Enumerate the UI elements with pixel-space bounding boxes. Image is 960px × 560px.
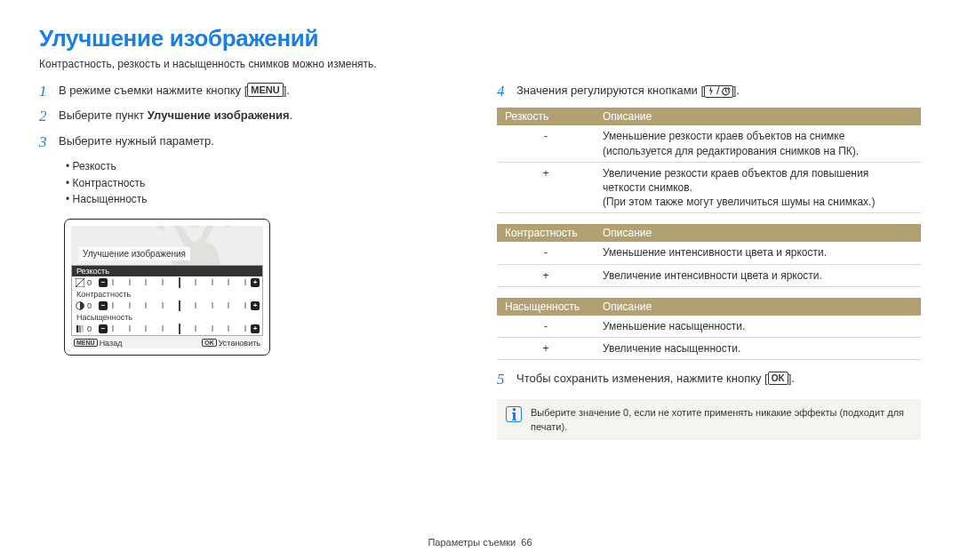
right-column: 4 Значения регулируются кнопками [/]. Ре…	[497, 83, 921, 440]
step-3: 3 Выберите нужный параметр.	[39, 133, 463, 151]
left-column: 1 В режиме съемки нажмите кнопку [MENU].…	[39, 83, 463, 440]
saturation-table: НасыщенностьОписание -Уменьшение насыщен…	[497, 298, 921, 360]
table-cell: Уменьшение интенсивности цвета и яркости…	[595, 242, 921, 264]
table-cell: -	[497, 316, 595, 338]
contrast-table: КонтрастностьОписание -Уменьшение интенс…	[497, 224, 921, 286]
table-cell: Уменьшение резкости краев объектов на сн…	[595, 125, 921, 162]
step-number: 5	[497, 371, 516, 388]
table-cell: -	[497, 242, 595, 264]
parameter-list: Резкость Контрастность Насыщенность	[66, 158, 463, 208]
contrast-icon	[75, 300, 84, 310]
flash-timer-buttons-icon: /	[704, 85, 733, 98]
minus-button: −	[99, 301, 108, 310]
slider-value: 0	[87, 278, 96, 287]
list-item: Контрастность	[66, 175, 463, 192]
step-number: 3	[39, 133, 59, 151]
footer-set: OK Установить	[202, 339, 260, 348]
slider-label-sharpness: Резкость	[72, 266, 262, 276]
step-4: 4 Значения регулируются кнопками [/].	[497, 83, 921, 100]
plus-button: +	[251, 324, 260, 333]
slider-track	[110, 277, 248, 288]
step-text: Выберите пункт Улучшение изображения.	[59, 108, 292, 125]
saturation-icon	[75, 324, 84, 333]
plus-button: +	[251, 301, 260, 310]
minus-button: −	[99, 278, 108, 287]
table-cell: +	[497, 264, 595, 286]
list-item: Резкость	[66, 158, 463, 175]
step-text: Значения регулируются кнопками [/].	[516, 83, 740, 100]
slider-track	[110, 300, 248, 311]
step-text: В режиме съемки нажмите кнопку [MENU].	[59, 83, 290, 100]
slider-value: 0	[87, 324, 96, 333]
slider-value: 0	[87, 301, 96, 310]
step-text: Выберите нужный параметр.	[59, 133, 214, 151]
page-footer: Параметры съемки 66	[0, 537, 960, 548]
footer-back: MENU Назад	[74, 339, 122, 348]
camera-screen-mockup: Улучшение изображения Резкость 0 − +	[64, 219, 270, 356]
step-2: 2 Выберите пункт Улучшение изображения.	[39, 108, 463, 125]
menu-button-icon: MENU	[247, 83, 283, 97]
table-cell: Увеличение резкости краев объектов для п…	[595, 162, 921, 213]
minus-button: −	[99, 324, 108, 333]
sharpness-icon	[75, 277, 84, 287]
table-cell: +	[497, 337, 595, 359]
slider-label-contrast: Контрастность	[72, 289, 262, 300]
slider-label-saturation: Насыщенность	[72, 312, 262, 323]
step-text: Чтобы сохранить изменения, нажмите кнопк…	[516, 371, 795, 388]
plus-button: +	[251, 278, 260, 287]
ok-button-icon: OK	[768, 372, 788, 385]
note-text: Выберите значение 0, если не хотите прим…	[531, 406, 912, 434]
step-number: 1	[39, 83, 59, 100]
info-icon	[506, 406, 522, 422]
table-cell: Увеличение интенсивности цвета и яркости…	[595, 264, 921, 286]
step-1: 1 В режиме съемки нажмите кнопку [MENU].	[39, 83, 463, 100]
sharpness-table: РезкостьОписание -Уменьшение резкости кр…	[497, 108, 921, 213]
step-number: 2	[39, 108, 59, 125]
page-title: Улучшение изображений	[39, 25, 921, 52]
table-cell: +	[497, 162, 595, 213]
step-5: 5 Чтобы сохранить изменения, нажмите кно…	[497, 371, 921, 388]
table-cell: Уменьшение насыщенности.	[595, 316, 921, 338]
table-cell: Увеличение насыщенности.	[595, 337, 921, 359]
page-subtitle: Контрастность, резкость и насыщенность с…	[39, 58, 921, 70]
svg-rect-4	[81, 325, 83, 332]
svg-rect-2	[76, 325, 78, 332]
screen-panel-title: Улучшение изображения	[78, 247, 190, 260]
info-note: Выберите значение 0, если не хотите прим…	[497, 399, 921, 440]
slider-track	[110, 324, 248, 334]
list-item: Насыщенность	[66, 191, 463, 208]
step-number: 4	[497, 83, 516, 100]
table-cell: -	[497, 125, 595, 162]
svg-rect-3	[78, 325, 80, 332]
screen-background: Улучшение изображения	[71, 226, 263, 265]
